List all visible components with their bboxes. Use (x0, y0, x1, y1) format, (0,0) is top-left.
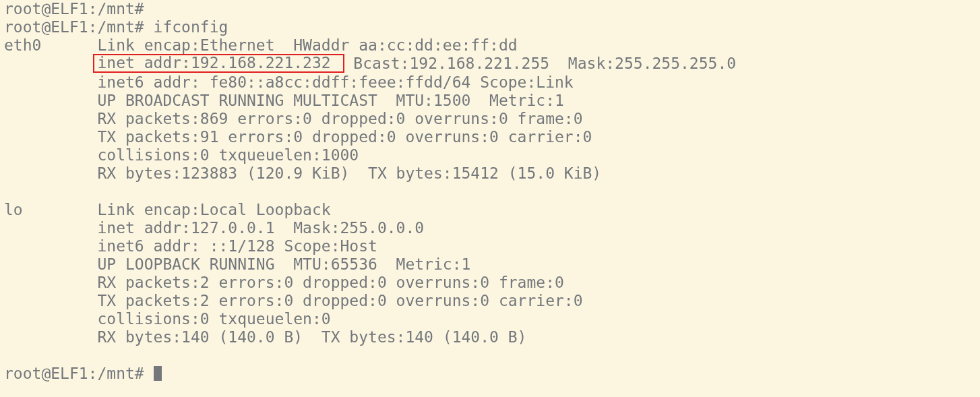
prompt-line: root@ELF1:/mnt# (4, 0, 144, 18)
output-line: UP LOOPBACK RUNNING MTU:65536 Metric:1 (4, 255, 470, 273)
output-line: eth0 Link encap:Ethernet HWaddr aa:cc:dd… (4, 36, 518, 54)
output-line: TX packets:2 errors:0 dropped:0 overruns… (4, 292, 583, 309)
highlight-inet-addr: inet addr:192.168.221.232 (93, 54, 344, 73)
output-line: collisions:0 txqueuelen:0 (4, 310, 331, 328)
output-line: RX bytes:123883 (120.9 KiB) TX bytes:154… (4, 164, 601, 182)
output-line: inet addr:127.0.0.1 Mask:255.0.0.0 (4, 219, 424, 237)
output-line: UP BROADCAST RUNNING MULTICAST MTU:1500 … (4, 92, 564, 109)
output-line: Bcast:192.168.221.255 Mask:255.255.255.0 (344, 55, 737, 72)
output-line: RX packets:2 errors:0 dropped:0 overruns… (4, 274, 564, 291)
output-line: lo Link encap:Local Loopback (4, 201, 331, 218)
output-line: inet6 addr: fe80::a8cc:ddff:feee:ffdd/64… (4, 73, 574, 91)
command-line: root@ELF1:/mnt# ifconfig (4, 18, 228, 36)
output-line: RX bytes:140 (140.0 B) TX bytes:140 (140… (4, 328, 526, 346)
output-line: inet6 addr: ::1/128 Scope:Host (4, 237, 377, 255)
cursor-icon (154, 366, 162, 381)
terminal-output[interactable]: root@ELF1:/mnt# root@ELF1:/mnt# ifconfig… (0, 0, 980, 383)
output-line: RX packets:869 errors:0 dropped:0 overru… (4, 110, 583, 127)
output-line: TX packets:91 errors:0 dropped:0 overrun… (4, 128, 592, 146)
output-line: collisions:0 txqueuelen:1000 (4, 146, 359, 164)
prompt-line: root@ELF1:/mnt# (4, 365, 154, 382)
